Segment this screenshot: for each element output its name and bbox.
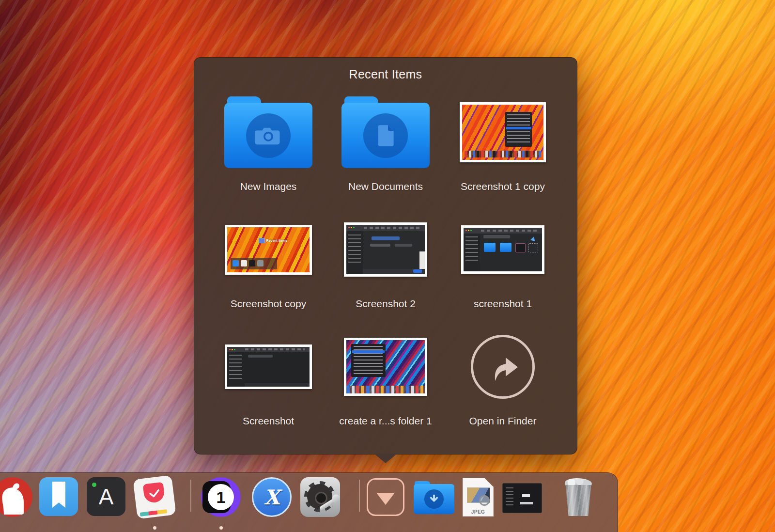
dock-app-one[interactable]: 1 — [201, 477, 241, 517]
stack-item-screenshot-copy[interactable]: Recent Items Screenshot copy — [210, 204, 327, 321]
screenshot-thumbnail — [461, 225, 544, 274]
screenshot-thumbnail — [460, 102, 546, 162]
letter-x-icon: X — [252, 477, 292, 517]
screenshot-file-icon — [502, 483, 542, 513]
dock-trash[interactable] — [559, 477, 599, 517]
screenshot-thumbnail — [225, 344, 312, 389]
dock-app-gear-utility[interactable] — [300, 477, 340, 517]
dock-app-bear[interactable] — [0, 477, 32, 517]
stack-item-screenshot-1-copy[interactable]: Screenshot 1 copy — [444, 87, 561, 204]
item-label: screenshot 1 — [474, 298, 532, 310]
mini-stack-text: Recent Items — [266, 239, 288, 242]
screenshot-thumbnail: Recent Items — [225, 225, 312, 275]
dock-app-bookmark[interactable] — [39, 477, 79, 517]
jpeg-file-icon: JPEG — [463, 478, 494, 516]
stack-item-new-documents[interactable]: New Documents — [327, 87, 444, 204]
dock-downloads-folder[interactable] — [414, 477, 453, 517]
stack-open-indicator-icon — [367, 478, 404, 516]
dock-recent-items-stack[interactable] — [367, 478, 406, 518]
item-label: New Images — [240, 181, 297, 192]
green-status-dot — [92, 483, 96, 487]
stack-item-screenshot-1[interactable]: screenshot 1 — [444, 204, 561, 321]
blue-folder-camera-icon — [224, 96, 312, 168]
document-glyph — [376, 124, 395, 148]
stack-item-create-folder[interactable]: create a r...s folder 1 — [327, 321, 444, 438]
open-in-finder-icon — [471, 335, 535, 399]
gear-wrench-icon — [300, 477, 340, 517]
running-indicator-dot — [219, 526, 223, 530]
dock: A 1 X — [0, 472, 618, 532]
downloads-folder-icon — [414, 481, 454, 514]
mini-folder-icon — [259, 238, 265, 243]
item-label: Screenshot 1 copy — [461, 181, 545, 192]
stack-grid: New Images — [210, 87, 561, 438]
trash-full-icon — [562, 478, 594, 517]
popup-title: Recent Items — [194, 67, 577, 81]
bear-icon — [0, 477, 32, 517]
item-label: New Documents — [348, 181, 423, 192]
download-arrow-icon — [427, 492, 441, 506]
blue-folder-document-icon — [341, 96, 430, 168]
triangle-down-icon — [376, 493, 395, 505]
dock-app-x[interactable]: X — [252, 477, 292, 517]
dock-app-a[interactable]: A — [87, 477, 126, 517]
stack-item-screenshot[interactable]: Screenshot — [210, 321, 327, 438]
stack-item-screenshot-2[interactable]: Screenshot 2 — [327, 204, 444, 321]
pocket-icon — [133, 475, 176, 519]
curved-arrow-icon — [482, 346, 524, 388]
stack-item-open-in-finder[interactable]: Open in Finder — [444, 321, 561, 438]
screenshot-thumbnail — [344, 222, 427, 277]
item-label: Screenshot 2 — [356, 298, 416, 310]
item-label: Screenshot copy — [231, 298, 306, 310]
stack-item-new-images[interactable]: New Images — [210, 87, 327, 204]
letter-a-icon: A — [87, 477, 125, 516]
dock-screenshot-file[interactable] — [502, 477, 542, 517]
dock-separator — [190, 480, 191, 512]
dock-separator — [359, 480, 360, 512]
dock-app-pocket[interactable] — [135, 477, 175, 517]
screenshot-thumbnail — [344, 338, 427, 396]
item-label: Screenshot — [243, 415, 294, 427]
number-one-icon: 1 — [201, 477, 241, 517]
item-label: create a r...s folder 1 — [339, 415, 432, 427]
camera-glyph — [254, 124, 282, 147]
bookmark-icon — [39, 477, 78, 516]
item-label: Open in Finder — [469, 415, 537, 427]
running-indicator-dot — [153, 526, 156, 530]
desktop: Recent Items — [0, 0, 775, 532]
recent-items-stack-popup: Recent Items — [194, 57, 577, 454]
dock-jpeg-file[interactable]: JPEG — [459, 477, 498, 517]
